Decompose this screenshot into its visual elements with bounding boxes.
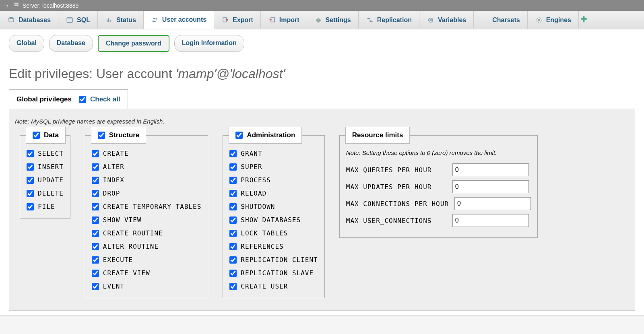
tab-databases[interactable]: Databases xyxy=(0,11,58,29)
tab-export[interactable]: Export xyxy=(214,11,261,29)
administration-items: GRANTSUPERPROCESSRELOADSHUTDOWNSHOW DATA… xyxy=(228,147,319,293)
check-all-toggle[interactable]: Check all xyxy=(79,95,120,103)
server-bar: → Server: localhost:8889 xyxy=(0,0,644,11)
priv-insert[interactable]: INSERT xyxy=(25,160,65,173)
tab-status[interactable]: Status xyxy=(98,11,144,29)
priv-checkbox[interactable] xyxy=(229,270,237,277)
priv-create-view[interactable]: CREATE VIEW xyxy=(90,266,203,280)
priv-checkbox[interactable] xyxy=(229,190,237,197)
priv-checkbox[interactable] xyxy=(92,150,99,157)
priv-super[interactable]: SUPER xyxy=(228,160,319,173)
resource-input[interactable] xyxy=(452,180,529,193)
priv-create[interactable]: CREATE xyxy=(90,147,203,160)
priv-create-routine[interactable]: CREATE ROUTINE xyxy=(90,227,203,240)
priv-checkbox[interactable] xyxy=(27,150,34,157)
legend-administration[interactable]: Administration xyxy=(229,127,302,144)
priv-event[interactable]: EVENT xyxy=(90,280,203,293)
priv-checkbox[interactable] xyxy=(229,177,237,184)
priv-checkbox[interactable] xyxy=(92,256,99,264)
priv-select[interactable]: SELECT xyxy=(25,147,65,160)
priv-checkbox[interactable] xyxy=(229,163,237,171)
priv-drop[interactable]: DROP xyxy=(90,187,203,200)
priv-alter[interactable]: ALTER xyxy=(90,160,203,173)
priv-references[interactable]: REFERENCES xyxy=(228,240,319,253)
resource-label: MAX USER_CONNECTIONS xyxy=(346,217,447,225)
svg-rect-6 xyxy=(107,19,107,22)
priv-checkbox[interactable] xyxy=(27,190,34,197)
priv-delete[interactable]: DELETE xyxy=(25,187,65,200)
priv-checkbox[interactable] xyxy=(229,203,237,210)
priv-checkbox[interactable] xyxy=(27,163,34,171)
priv-process[interactable]: PROCESS xyxy=(228,173,319,187)
priv-create-user[interactable]: CREATE USER xyxy=(228,280,319,293)
legend-structure[interactable]: Structure xyxy=(91,127,147,144)
priv-replication-client[interactable]: REPLICATION CLIENT xyxy=(228,253,319,266)
priv-checkbox[interactable] xyxy=(229,256,237,264)
plugin-icon[interactable]: ✚ xyxy=(579,11,589,29)
resource-input[interactable] xyxy=(454,197,531,210)
priv-index[interactable]: INDEX xyxy=(90,173,203,187)
subtab-database[interactable]: Database xyxy=(49,35,93,52)
priv-checkbox[interactable] xyxy=(92,283,99,290)
priv-grant[interactable]: GRANT xyxy=(228,147,319,160)
tab-variables[interactable]: Variables xyxy=(419,11,474,29)
administration-group-checkbox[interactable] xyxy=(235,132,243,139)
priv-checkbox[interactable] xyxy=(92,190,99,197)
import-icon xyxy=(268,16,276,24)
tab-replication[interactable]: Replication xyxy=(359,11,419,29)
priv-checkbox[interactable] xyxy=(27,203,34,210)
priv-label: DELETE xyxy=(38,190,64,197)
priv-checkbox[interactable] xyxy=(229,230,237,237)
subtab-global[interactable]: Global xyxy=(9,35,44,52)
priv-checkbox[interactable] xyxy=(92,163,99,171)
server-label: Server: localhost:8889 xyxy=(23,2,78,9)
tab-import[interactable]: Import xyxy=(261,11,307,29)
priv-checkbox[interactable] xyxy=(92,216,99,224)
check-all-checkbox[interactable] xyxy=(79,96,86,103)
priv-checkbox[interactable] xyxy=(27,177,34,184)
tab-engines[interactable]: Engines xyxy=(528,11,579,29)
priv-checkbox[interactable] xyxy=(229,243,237,250)
priv-checkbox[interactable] xyxy=(92,270,99,277)
priv-execute[interactable]: EXECUTE xyxy=(90,253,203,266)
priv-label: CREATE VIEW xyxy=(103,269,150,277)
priv-update[interactable]: UPDATE xyxy=(25,173,65,187)
priv-checkbox[interactable] xyxy=(92,230,99,237)
collapse-arrow-icon[interactable]: → xyxy=(3,2,10,9)
priv-create-temporary-tables[interactable]: CREATE TEMPORARY TABLES xyxy=(90,200,203,213)
resource-label: MAX QUERIES PER HOUR xyxy=(346,166,447,174)
priv-checkbox[interactable] xyxy=(229,216,237,224)
priv-checkbox[interactable] xyxy=(92,177,99,184)
resource-input[interactable] xyxy=(452,163,529,176)
structure-group-checkbox[interactable] xyxy=(98,132,105,139)
priv-show-view[interactable]: SHOW VIEW xyxy=(90,213,203,227)
tab-user-accounts[interactable]: User accounts xyxy=(144,11,214,29)
legend-data[interactable]: Data xyxy=(26,127,66,144)
priv-checkbox[interactable] xyxy=(92,203,99,210)
priv-checkbox[interactable] xyxy=(229,283,237,290)
priv-replication-slave[interactable]: REPLICATION SLAVE xyxy=(228,266,319,280)
subtab-change-password[interactable]: Change password xyxy=(98,35,169,52)
priv-alter-routine[interactable]: ALTER ROUTINE xyxy=(90,240,203,253)
priv-checkbox[interactable] xyxy=(92,243,99,250)
priv-shutdown[interactable]: SHUTDOWN xyxy=(228,200,319,213)
data-group-checkbox[interactable] xyxy=(33,132,40,139)
svg-rect-8 xyxy=(109,20,110,22)
priv-reload[interactable]: RELOAD xyxy=(228,187,319,200)
priv-label: SHOW VIEW xyxy=(103,216,142,224)
priv-show-databases[interactable]: SHOW DATABASES xyxy=(228,213,319,227)
svg-point-13 xyxy=(367,18,370,19)
tab-sql[interactable]: SQL xyxy=(58,11,98,29)
tab-settings[interactable]: Settings xyxy=(307,11,359,29)
priv-label: EVENT xyxy=(103,282,124,290)
resource-row: MAX CONNECTIONS PER HOUR xyxy=(346,197,531,210)
tab-charsets[interactable]: Charsets xyxy=(474,11,527,29)
priv-lock-tables[interactable]: LOCK TABLES xyxy=(228,227,319,240)
resource-input[interactable] xyxy=(452,214,529,227)
priv-file[interactable]: FILE xyxy=(25,200,65,213)
resource-row: MAX USER_CONNECTIONS xyxy=(346,214,531,227)
svg-point-10 xyxy=(155,18,157,20)
priv-checkbox[interactable] xyxy=(229,150,237,157)
charsets-icon xyxy=(481,16,489,24)
subtab-login-information[interactable]: Login Information xyxy=(174,35,244,52)
